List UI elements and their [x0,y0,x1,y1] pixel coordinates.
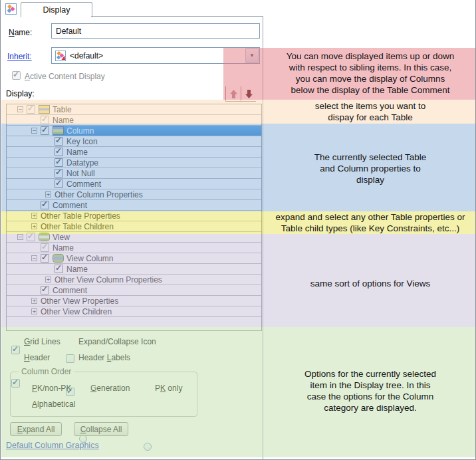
tree-checkbox-table[interactable]: ✓ [27,105,35,114]
tabstrip-divider [91,16,263,17]
expand-all-button[interactable]: Expand All [10,422,62,436]
tree-row[interactable]: ✓Name [7,147,261,158]
tree-row-target[interactable]: Datatype [66,158,261,168]
tree-row[interactable]: ✓Comment [7,285,261,296]
tree-checkbox-view-column[interactable]: ✓ [41,254,49,263]
tree-row-target[interactable]: Not Null [66,168,261,178]
tree-row[interactable]: ✓Comment [7,200,261,211]
tree-row[interactable]: +Other Column Properties [7,189,261,200]
collapse-all-button[interactable]: Collapse All [74,422,128,436]
tree-row[interactable]: ✓Name [7,243,261,253]
tree-checkbox-key-icon[interactable]: ✓ [55,137,63,146]
tree-row[interactable]: +Other Table Properties [7,211,261,221]
tree-row[interactable]: +Other View Column Properties [7,275,261,285]
default-column-graphics-link[interactable]: Default Column Graphics [6,441,99,450]
expander-open-icon[interactable]: − [17,106,23,112]
tree-row[interactable]: ✓Datatype [7,158,261,168]
tree-checkbox-comment[interactable]: ✓ [41,201,49,209]
tree-row[interactable]: +Other View Properties [7,296,261,306]
tree-item-label: Name [66,148,88,157]
column-order-group: Column Order [10,372,197,417]
tree-checkbox-comment[interactable]: ✓ [41,286,49,294]
tree-row[interactable]: +Other Table Children [7,221,261,232]
checkbox-label-expand-collapse-icon[interactable]: Expand/Collapse Icon [78,337,156,346]
tree-row[interactable]: ✓Key Icon [7,136,261,147]
tree-row-target[interactable]: View [39,232,261,242]
annotation-text-options-note: Options for the currently selected item … [265,368,475,413]
tab-display[interactable]: Display [21,2,92,17]
tree-row-target[interactable]: Comment [53,285,261,295]
tree-row[interactable]: −✓Table [7,104,261,115]
expander-closed-icon[interactable]: + [31,213,37,219]
tree-row-target[interactable]: Key Icon [66,136,261,146]
dropdown-button[interactable]: ▼ [245,48,259,63]
tree-row-target[interactable]: Name [53,115,261,125]
tree-row-target[interactable]: Comment [53,200,261,210]
expander-open-icon[interactable]: − [17,234,23,240]
expander-closed-icon[interactable]: + [45,191,51,197]
tree-row[interactable]: ✓Comment [7,179,261,189]
tree-checkbox-name[interactable]: ✓ [41,116,49,124]
tree-row[interactable]: ✓Name [7,115,261,126]
tree-checkbox-name[interactable]: ✓ [55,148,63,156]
tree-row-target[interactable]: Other View Properties [41,296,261,306]
tree-checkbox-column[interactable]: ✓ [41,126,49,135]
tree-row-target[interactable]: Comment [66,179,261,189]
tree-row-target[interactable]: Column [53,126,261,136]
tree-row[interactable]: ✓Not Null [7,168,261,179]
check-icon: ✓ [55,263,62,273]
tree-row-target[interactable]: Name [66,264,261,274]
tree-checkbox-name[interactable]: ✓ [41,243,49,252]
inherit-combobox[interactable]: <default> ▼ [51,47,260,64]
tree-checkbox-datatype[interactable]: ✓ [55,158,63,167]
tree-row[interactable]: ✓Name [7,264,261,275]
checkbox-label-header-labels[interactable]: Header Labels [78,353,130,362]
checkbox-label-grid-lines[interactable]: Grid Lines [24,337,60,346]
tree-row-target[interactable]: Other View Column Properties [55,275,261,285]
checkbox-expand-collapse-icon[interactable] [66,354,74,363]
tree-row-target[interactable]: Name [53,243,261,253]
tree-checkbox-name[interactable]: ✓ [55,265,63,273]
expander-closed-icon[interactable]: + [31,298,37,304]
tree-row[interactable]: −✓View [7,232,261,243]
tree-checkbox-comment[interactable]: ✓ [55,179,63,188]
expander-closed-icon[interactable]: + [31,223,37,229]
expander-open-icon[interactable]: − [31,128,37,134]
annotation-text-expand-note: expand and select any other Table proper… [265,211,475,234]
tree-row[interactable]: −✓View Column [7,253,261,264]
checkbox-label-header[interactable]: Header [24,353,50,362]
tree-row-target[interactable]: View Column [53,253,261,263]
move-up-button[interactable] [225,86,241,102]
tree-checkbox-not-null[interactable]: ✓ [55,169,63,177]
tree-row-target[interactable]: Name [66,147,261,157]
active-content-checkbox[interactable]: ✓ [12,71,21,80]
name-label: Name: [9,28,32,37]
radio-label-generation[interactable]: Generation [90,384,130,393]
checkbox-grid-lines[interactable]: ✓ [11,346,20,354]
expander-closed-icon[interactable]: + [31,308,37,314]
expander-closed-icon[interactable]: + [45,277,51,283]
tree-row[interactable]: +Other View Children [7,306,261,317]
collapse-all-label: Collapse All [80,425,122,434]
inherit-link[interactable]: Inherit: [7,52,32,61]
tree-row[interactable]: −✓Column [7,126,261,136]
tree-item-label: Not Null [66,169,95,178]
tree-item-label: Comment [66,179,101,189]
tree-row-target[interactable]: Other Column Properties [55,189,261,199]
tree-item-label: Column [66,126,94,136]
tree-row-target[interactable]: Other Table Properties [41,211,261,221]
tree-row-target[interactable]: Other View Children [41,306,261,316]
name-field[interactable]: Default [51,23,260,39]
tree-checkbox-view[interactable]: ✓ [27,233,35,241]
radio-label-pk-non-pk[interactable]: PK/non-PK [32,384,71,393]
radio-pk-only[interactable] [144,443,152,451]
annotation-text-properties-note: The currently selected Table and Column … [265,152,475,185]
tree-row-target[interactable]: Other Table Children [41,221,261,231]
radio-label-pk-only[interactable]: PK only [155,384,182,393]
expander-open-icon[interactable]: − [31,255,37,261]
move-down-button[interactable] [241,86,256,102]
checkbox-label-alphabetical[interactable]: Alphabetical [32,400,75,409]
name-field-value: Default [56,27,81,36]
tree-row-target[interactable]: Table [39,104,261,114]
inherit-value: <default> [70,51,245,60]
